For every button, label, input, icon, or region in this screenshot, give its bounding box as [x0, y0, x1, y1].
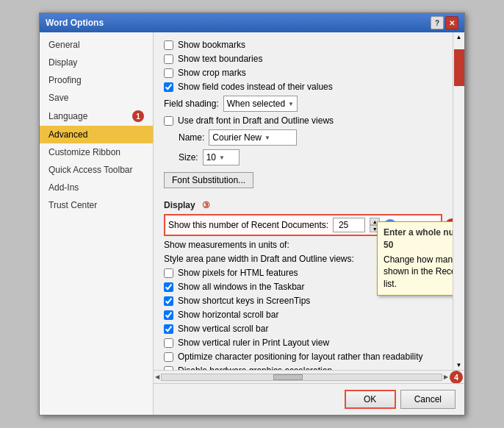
optimize-char-row: Optimize character positioning for layou…	[164, 352, 442, 362]
font-name-arrow-icon: ▼	[264, 135, 270, 141]
title-bar-buttons: ? ✕	[431, 16, 458, 29]
sidebar-item-quick-access[interactable]: Quick Access Toolbar	[40, 161, 153, 179]
sidebar-item-addins[interactable]: Add-Ins	[40, 179, 153, 196]
show-horizontal-scroll-row: Show horizontal scroll bar	[164, 310, 442, 320]
field-shading-select[interactable]: When selected ▼	[223, 96, 298, 112]
scroll-down-button[interactable]: ▼	[455, 360, 464, 370]
sidebar-item-save[interactable]: Save	[40, 89, 153, 107]
sidebar-label-trust-center: Trust Center	[48, 200, 97, 210]
size-label: Size:	[179, 152, 198, 163]
content-scroll-area[interactable]: Show bookmarks Show text boundaries Show…	[154, 32, 453, 370]
font-name-value: Courier New	[212, 132, 262, 143]
dialog-footer: OK Cancel	[154, 383, 464, 415]
sidebar-item-general[interactable]: General	[40, 36, 153, 54]
font-name-select[interactable]: Courier New ▼	[209, 129, 297, 146]
font-size-value: 10	[206, 152, 216, 163]
tooltip: Enter a whole number from 0 to 50 Change…	[377, 221, 453, 296]
sidebar-label-addins: Add-Ins	[48, 182, 79, 193]
recent-docs-label: Show this number of Recent Documents:	[168, 220, 328, 230]
sidebar-item-proofing[interactable]: Proofing	[40, 71, 153, 89]
show-crop-marks-row: Show crop marks	[164, 68, 442, 78]
disable-hw-label: Disable hardware graphics acceleration	[178, 365, 332, 370]
show-text-boundaries-checkbox[interactable]	[164, 54, 173, 64]
sidebar-label-display: Display	[48, 57, 77, 68]
name-label: Name:	[179, 132, 204, 143]
sidebar-item-display[interactable]: Display	[40, 54, 153, 71]
recent-docs-input[interactable]	[333, 218, 365, 232]
name-row: Name: Courier New ▼	[164, 129, 442, 146]
sidebar-item-language[interactable]: Language 1	[40, 107, 153, 126]
sidebar-item-trust-center[interactable]: Trust Center	[40, 196, 153, 214]
show-field-codes-label: Show field codes instead of their values	[178, 82, 333, 92]
cancel-button[interactable]: Cancel	[400, 390, 456, 409]
font-size-select[interactable]: 10 ▼	[203, 149, 240, 165]
sidebar-label-quick-access: Quick Access Toolbar	[48, 165, 133, 175]
title-bar: Word Options ? ✕	[40, 13, 464, 32]
show-all-windows-checkbox[interactable]	[164, 282, 173, 292]
show-bookmarks-row: Show bookmarks	[164, 40, 442, 50]
show-pixels-checkbox[interactable]	[164, 268, 173, 278]
field-shading-arrow-icon: ▼	[288, 101, 294, 107]
sidebar: General Display Proofing Save Language 1…	[40, 32, 154, 415]
sidebar-label-language: Language	[48, 111, 87, 121]
font-substitution-container: Font Substitution...	[164, 169, 442, 194]
show-vertical-ruler-label: Show vertical ruler in Print Layout view	[178, 338, 329, 348]
show-field-codes-row: Show field codes instead of their values	[164, 82, 442, 92]
show-bookmarks-label: Show bookmarks	[178, 40, 245, 50]
show-text-boundaries-row: Show text boundaries	[164, 54, 442, 64]
dialog-body: General Display Proofing Save Language 1…	[40, 32, 464, 415]
sidebar-label-advanced: Advanced	[48, 129, 87, 140]
field-shading-value: When selected	[227, 99, 285, 109]
sidebar-label-general: General	[48, 40, 80, 50]
style-area-label: Style area pane width in Draft and Outli…	[164, 254, 354, 264]
show-vertical-scroll-row: Show vertical scroll bar	[164, 324, 442, 334]
measurements-label: Show measurements in units of:	[164, 240, 289, 250]
sidebar-label-save: Save	[48, 93, 68, 103]
draft-font-checkbox[interactable]	[164, 116, 173, 126]
show-shortcut-keys-row: Show shortcut keys in ScreenTips	[164, 296, 442, 306]
h-scroll-thumb[interactable]	[273, 374, 303, 380]
scroll-up-button[interactable]: ▲	[455, 32, 464, 42]
show-crop-marks-checkbox[interactable]	[164, 68, 173, 78]
sidebar-item-customize-ribbon[interactable]: Customize Ribbon	[40, 143, 153, 161]
show-all-windows-label: Show all windows in the Taskbar	[178, 282, 305, 292]
field-shading-label: Field shading:	[164, 99, 219, 109]
scroll-right-button[interactable]: ▶	[444, 374, 448, 380]
close-button[interactable]: ✕	[445, 16, 458, 29]
show-shortcut-keys-label: Show shortcut keys in ScreenTips	[178, 296, 310, 306]
show-vertical-scroll-checkbox[interactable]	[164, 324, 173, 334]
dialog-title: Word Options	[46, 18, 104, 28]
h-scroll-track	[161, 374, 442, 381]
recent-docs-container: Show this number of Recent Documents: ▲ …	[164, 214, 442, 236]
help-button[interactable]: ?	[431, 16, 444, 29]
optimize-char-label: Optimize character positioning for layou…	[178, 352, 423, 362]
disable-hw-row: Disable hardware graphics acceleration	[164, 365, 442, 370]
tooltip-body: Change how many documents are shown in t…	[384, 254, 453, 290]
show-shortcut-keys-checkbox[interactable]	[164, 296, 173, 306]
display-section-header: Display ③	[164, 200, 442, 210]
sidebar-label-customize-ribbon: Customize Ribbon	[48, 147, 120, 157]
sidebar-label-proofing: Proofing	[48, 75, 82, 85]
language-badge: 1	[132, 110, 144, 122]
show-field-codes-checkbox[interactable]	[164, 82, 173, 92]
draft-font-label: Use draft font in Draft and Outline view…	[178, 115, 334, 126]
show-vertical-ruler-row: Show vertical ruler in Print Layout view	[164, 338, 442, 348]
vertical-scrollbar[interactable]: ▲ ▼	[453, 32, 464, 370]
size-row: Size: 10 ▼	[164, 149, 442, 165]
scroll-left-button[interactable]: ◀	[155, 374, 159, 380]
draft-font-row: Use draft font in Draft and Outline view…	[164, 115, 442, 126]
show-horizontal-scroll-checkbox[interactable]	[164, 310, 173, 320]
tooltip-title: Enter a whole number from 0 to 50	[384, 227, 453, 252]
show-text-boundaries-label: Show text boundaries	[178, 54, 262, 64]
sidebar-item-advanced[interactable]: Advanced	[40, 126, 153, 143]
horizontal-scrollbar[interactable]: ◀ ▶ 4	[154, 370, 464, 383]
optimize-char-checkbox[interactable]	[164, 352, 173, 362]
disable-hw-checkbox[interactable]	[164, 366, 173, 371]
font-size-arrow-icon: ▼	[219, 154, 225, 161]
show-bookmarks-checkbox[interactable]	[164, 40, 173, 50]
show-vertical-ruler-checkbox[interactable]	[164, 338, 173, 348]
scroll-thumb[interactable]	[454, 49, 464, 86]
ok-button[interactable]: OK	[345, 390, 396, 409]
font-substitution-button[interactable]: Font Substitution...	[164, 172, 253, 188]
show-pixels-label: Show pixels for HTML features	[178, 268, 298, 278]
